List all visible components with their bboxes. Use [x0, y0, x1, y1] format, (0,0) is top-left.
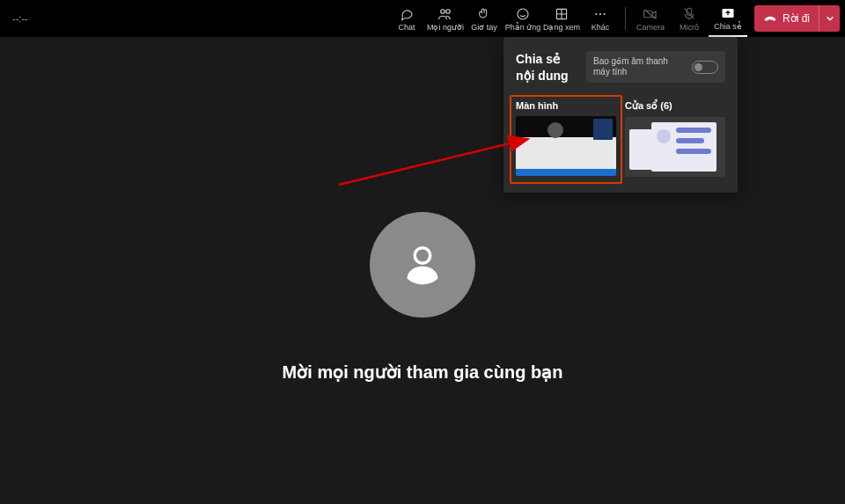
chat-button[interactable]: Chat — [387, 0, 426, 37]
invite-message: Mời mọi người tham gia cùng bạn — [283, 362, 563, 383]
chat-label: Chat — [398, 23, 415, 32]
leave-button[interactable]: Rời đi — [754, 5, 819, 32]
raise-hand-button[interactable]: Giơ tay — [465, 0, 503, 37]
mic-label: Micrô — [680, 23, 699, 32]
share-window-label: Cửa sổ (6) — [625, 100, 725, 112]
share-label: Chia sẻ — [714, 22, 742, 31]
hand-icon — [477, 6, 491, 22]
reactions-button[interactable]: Phản ứng — [503, 0, 542, 37]
svg-rect-7 — [643, 11, 652, 18]
smile-icon — [516, 6, 530, 22]
people-button[interactable]: Mọi người — [426, 0, 465, 37]
mic-off-icon — [683, 6, 695, 22]
call-timer: --:-- — [5, 13, 28, 24]
svg-line-11 — [339, 139, 528, 185]
camera-off-icon — [643, 6, 658, 22]
hangup-icon — [763, 13, 777, 24]
toolbar-separator — [625, 7, 626, 30]
share-panel-title: Chia sẻ nội dung — [516, 51, 577, 84]
people-label: Mọi người — [427, 23, 464, 32]
toggle-switch-icon — [692, 61, 718, 74]
grid-icon — [555, 6, 568, 22]
svg-point-4 — [595, 12, 597, 14]
more-label: Khác — [592, 23, 610, 32]
share-tray-icon — [721, 5, 735, 21]
reactions-label: Phản ứng — [505, 23, 541, 32]
svg-point-1 — [446, 9, 451, 13]
view-button[interactable]: Dạng xem — [542, 0, 581, 37]
more-button[interactable]: Khác — [581, 0, 620, 37]
share-screen-label: Màn hình — [516, 100, 616, 111]
svg-point-6 — [604, 12, 606, 14]
include-audio-label: Bao gồm âm thanh máy tính — [593, 56, 685, 77]
share-content-panel: Chia sẻ nội dung Bao gồm âm thanh máy tí… — [503, 37, 738, 193]
include-audio-toggle[interactable]: Bao gồm âm thanh máy tính — [586, 51, 725, 83]
window-thumbnail — [625, 117, 725, 177]
mic-button[interactable]: Micrô — [670, 0, 709, 37]
chevron-down-icon — [826, 15, 834, 22]
share-window-option[interactable]: Cửa sổ (6) — [625, 100, 725, 177]
leave-dropdown[interactable] — [819, 5, 840, 32]
chat-icon — [400, 6, 414, 22]
leave-group: Rời đi — [754, 5, 840, 32]
leave-label: Rời đi — [783, 12, 810, 25]
svg-point-0 — [441, 9, 445, 13]
raise-hand-label: Giơ tay — [471, 23, 497, 32]
camera-label: Camera — [636, 23, 665, 32]
topbar-actions: Chat Mọi người Giơ tay Phản ứng Dạng xem — [387, 0, 840, 37]
camera-button[interactable]: Camera — [631, 0, 670, 37]
more-icon — [593, 6, 607, 22]
svg-point-2 — [518, 9, 528, 19]
topbar: --:-- Chat Mọi người Giơ tay Phản ứng — [0, 0, 845, 37]
svg-point-10 — [415, 247, 430, 263]
view-label: Dạng xem — [543, 23, 580, 32]
avatar-placeholder — [370, 212, 475, 318]
svg-point-5 — [599, 12, 601, 14]
share-button[interactable]: Chia sẻ — [709, 0, 747, 37]
people-icon — [437, 6, 453, 22]
annotation-arrow — [334, 132, 537, 194]
